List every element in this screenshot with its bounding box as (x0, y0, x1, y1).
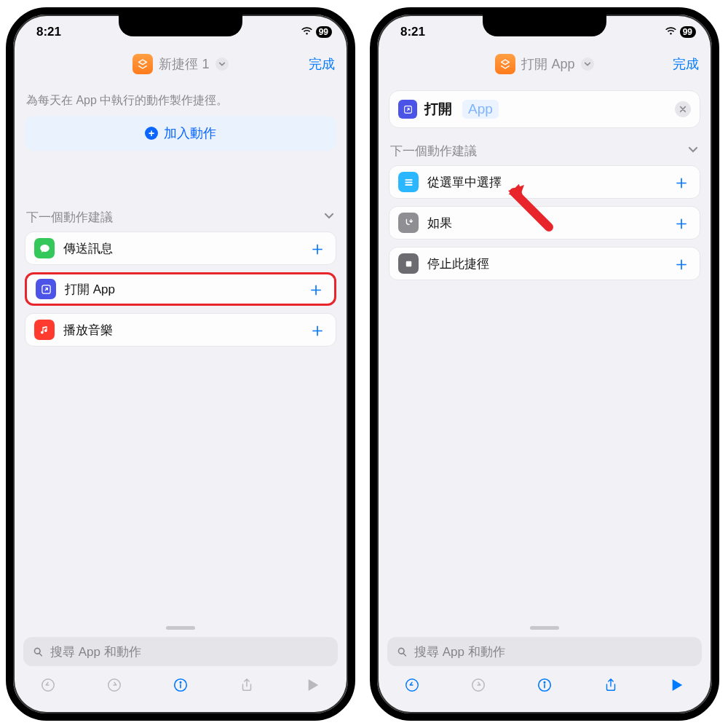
row-label: 如果 (427, 215, 663, 232)
shortcut-icon (495, 54, 515, 74)
done-button[interactable]: 完成 (673, 55, 699, 73)
row-label: 打開 App (65, 281, 298, 298)
svg-point-4 (180, 682, 181, 683)
notch (119, 15, 242, 36)
suggestions-header[interactable]: 下一個動作建議 (25, 209, 336, 232)
branch-icon (398, 213, 419, 233)
action-open-app[interactable]: 打開 App (389, 90, 700, 128)
svg-rect-10 (405, 261, 411, 266)
svg-rect-8 (405, 181, 412, 183)
status-time: 8:21 (36, 25, 61, 39)
sheet-grabber[interactable] (166, 626, 195, 630)
battery-badge: 99 (680, 26, 696, 38)
plus-icon[interactable]: ＋ (672, 251, 691, 277)
info-button[interactable] (534, 675, 555, 695)
chevron-down-icon (215, 58, 229, 71)
suggestions-header-label: 下一個動作建議 (390, 143, 477, 159)
nav-bar: 新捷徑 1 完成 (13, 47, 348, 82)
undo-button[interactable] (402, 675, 422, 695)
suggestion-row-if[interactable]: 如果 ＋ (389, 206, 700, 240)
nav-title-text: 打開 App (521, 55, 574, 73)
done-button[interactable]: 完成 (309, 55, 335, 73)
clear-action-button[interactable] (675, 101, 691, 117)
play-button[interactable] (667, 675, 687, 695)
list-icon (398, 172, 419, 192)
suggestion-row-choose-menu[interactable]: 從選單中選擇 ＋ (389, 165, 700, 199)
svg-rect-9 (405, 184, 412, 186)
search-placeholder: 搜尋 App 和動作 (50, 644, 141, 660)
action-verb: 打開 (424, 100, 452, 119)
suggestion-row-send-message[interactable]: 傳送訊息 ＋ (25, 232, 336, 265)
open-app-icon (398, 100, 417, 119)
search-input[interactable]: 搜尋 App 和動作 (387, 637, 702, 666)
phone-right: 8:21 99 打開 App 完成 打開 App (370, 7, 719, 721)
redo-button[interactable] (468, 675, 488, 695)
row-label: 從選單中選擇 (427, 174, 663, 191)
add-action-label: 加入動作 (164, 124, 216, 142)
battery-badge: 99 (316, 26, 332, 38)
shortcut-icon (132, 54, 153, 74)
bottom-area: 搜尋 App 和動作 (13, 626, 348, 713)
row-label: 傳送訊息 (63, 240, 299, 257)
sheet-grabber[interactable] (530, 626, 559, 630)
chevron-down-icon (323, 210, 335, 225)
plus-icon[interactable]: ＋ (308, 317, 327, 343)
action-param-app[interactable]: App (462, 100, 499, 119)
search-input[interactable]: 搜尋 App 和動作 (23, 637, 338, 666)
row-label: 播放音樂 (63, 322, 299, 339)
toolbar (387, 666, 702, 695)
chevron-down-icon (687, 143, 699, 159)
music-icon (34, 320, 55, 340)
info-button[interactable] (170, 675, 191, 695)
search-placeholder: 搜尋 App 和動作 (414, 644, 505, 660)
toolbar (23, 666, 338, 695)
plus-icon[interactable]: ＋ (672, 210, 691, 236)
intro-text: 為每天在 App 中執行的動作製作捷徑。 (25, 87, 336, 116)
plus-circle-icon: + (145, 127, 158, 140)
status-time: 8:21 (400, 25, 425, 39)
notch (483, 15, 606, 36)
add-action-button[interactable]: + 加入動作 (25, 116, 336, 151)
open-app-icon (36, 279, 56, 299)
suggestions-header[interactable]: 下一個動作建議 (389, 143, 700, 165)
suggestion-row-open-app[interactable]: 打開 App ＋ (25, 272, 336, 306)
nav-title[interactable]: 新捷徑 1 (132, 54, 228, 74)
wifi-icon (665, 25, 677, 39)
wifi-icon (301, 25, 313, 39)
nav-bar: 打開 App 完成 (377, 47, 712, 82)
bottom-area: 搜尋 App 和動作 (377, 626, 712, 713)
nav-title-text: 新捷徑 1 (159, 55, 209, 73)
plus-icon[interactable]: ＋ (672, 170, 691, 195)
stop-icon (398, 253, 419, 274)
svg-rect-7 (405, 179, 412, 181)
play-button[interactable] (303, 675, 323, 695)
chevron-down-icon (581, 58, 594, 71)
plus-icon[interactable]: ＋ (308, 236, 327, 261)
plus-icon[interactable]: ＋ (306, 277, 325, 302)
suggestion-row-play-music[interactable]: 播放音樂 ＋ (25, 313, 336, 347)
phone-left: 8:21 99 新捷徑 1 完成 為每天在 App 中執行的動作製作捷徑。 + … (6, 7, 355, 721)
suggestion-row-stop[interactable]: 停止此捷徑 ＋ (389, 247, 700, 280)
content-area: 打開 App 下一個動作建議 從選單中選擇 ＋ (377, 82, 712, 626)
nav-title[interactable]: 打開 App (495, 54, 593, 74)
content-area: 為每天在 App 中執行的動作製作捷徑。 + 加入動作 下一個動作建議 傳送訊息… (13, 82, 348, 626)
redo-button[interactable] (104, 675, 124, 695)
share-button[interactable] (237, 675, 257, 695)
svg-point-14 (544, 682, 545, 683)
share-button[interactable] (601, 675, 621, 695)
message-icon (34, 238, 55, 258)
suggestions-header-label: 下一個動作建議 (26, 209, 113, 226)
row-label: 停止此捷徑 (427, 256, 663, 272)
undo-button[interactable] (38, 675, 58, 695)
